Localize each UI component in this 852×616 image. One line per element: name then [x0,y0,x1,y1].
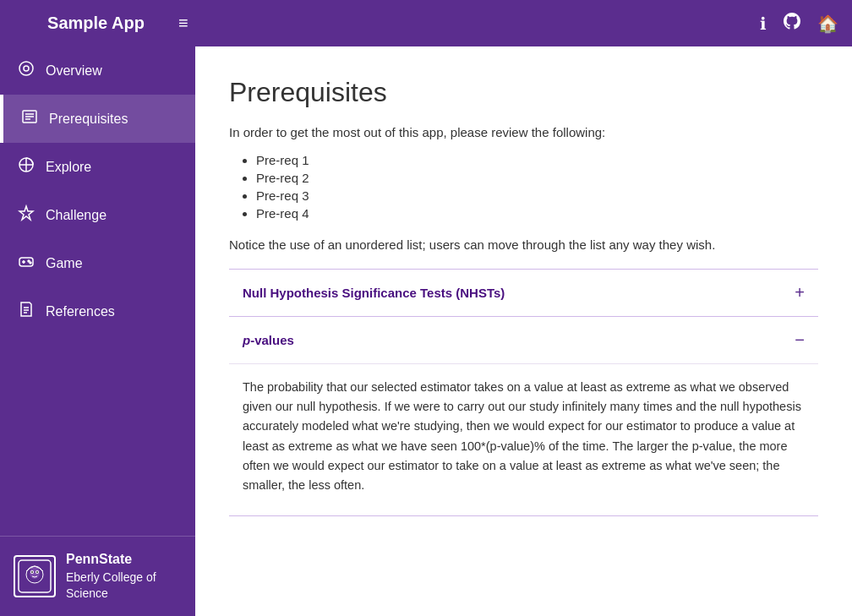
accordion-icon-nhst: + [795,283,805,303]
accordion-header-nhst[interactable]: Null Hypothesis Significance Tests (NHST… [229,270,818,316]
sidebar-item-explore-label: Explore [46,160,91,175]
info-icon[interactable]: ℹ [760,14,767,34]
accordion-header-pvalues[interactable]: p-values − [229,317,818,363]
prereq-item-2: Pre-req 2 [256,171,818,185]
sidebar-item-references[interactable]: References [0,287,195,335]
accordion-item-pvalues: p-values − The probability that our sele… [229,317,818,516]
sidebar-footer-org-text: PennState Eberly College of Science [66,550,182,602]
accordion-title-nhst: Null Hypothesis Significance Tests (NHST… [243,286,505,300]
page-title: Prerequisites [229,77,818,108]
overview-icon [17,60,36,81]
explore-icon [17,156,36,177]
sidebar-item-challenge[interactable]: Challenge [0,191,195,239]
sidebar-item-overview-label: Overview [46,63,102,79]
pvalue-p: p [243,333,250,347]
svg-point-12 [28,260,30,262]
pvalues-description: The probability that our selected estima… [243,378,805,495]
accordion-icon-pvalues: − [795,330,805,350]
challenge-icon [17,204,36,226]
pvalue-suffix: -values [250,333,294,347]
github-icon[interactable] [784,13,800,34]
accordion-item-nhst: Null Hypothesis Significance Tests (NHST… [229,270,818,317]
menu-icon[interactable]: ≡ [178,14,188,33]
prereq-item-3: Pre-req 3 [256,188,818,203]
svg-point-23 [36,571,38,573]
app-title: Sample App [14,14,178,33]
svg-point-22 [31,571,33,573]
accordion: Null Hypothesis Significance Tests (NHST… [229,269,818,516]
sidebar-item-references-label: References [46,304,115,319]
sidebar-footer: PennState Eberly College of Science [0,536,195,616]
sidebar-item-overview[interactable]: Overview [0,46,195,95]
topbar-icons: ℹ 🏠 [760,13,838,34]
svg-point-1 [24,66,29,71]
intro-text: In order to get the most out of this app… [229,125,818,139]
references-icon [17,301,36,322]
sidebar-item-challenge-label: Challenge [46,208,106,223]
sidebar-item-game[interactable]: Game [0,239,195,287]
svg-point-13 [30,262,31,264]
accordion-body-pvalues: The probability that our selected estima… [229,363,818,515]
game-icon [17,253,36,274]
org-subtitle: Eberly College of Science [66,570,182,602]
sidebar-item-prerequisites-label: Prerequisites [49,112,128,127]
accordion-title-pvalues: p-values [243,333,294,347]
svg-point-0 [19,62,33,75]
sidebar-item-game-label: Game [46,256,83,271]
sidebar: Overview Prerequisites [0,46,195,616]
prereq-list: Pre-req 1 Pre-req 2 Pre-req 3 Pre-req 4 [229,153,818,221]
sidebar-nav: Overview Prerequisites [0,46,195,536]
org-name: PennState [66,550,182,569]
notice-text: Notice the use of an unordered list; use… [229,237,818,252]
topbar: Sample App ≡ ℹ 🏠 [0,0,852,46]
main-content: Prerequisites In order to get the most o… [195,46,852,616]
sidebar-item-prerequisites[interactable]: Prerequisites [0,95,195,143]
prerequisites-icon [20,108,39,129]
prereq-item-1: Pre-req 1 [256,153,818,167]
home-icon[interactable]: 🏠 [817,14,838,34]
sidebar-item-explore[interactable]: Explore [0,143,195,191]
prereq-item-4: Pre-req 4 [256,206,818,221]
pennstate-logo [14,555,56,597]
layout: Overview Prerequisites [0,46,852,616]
